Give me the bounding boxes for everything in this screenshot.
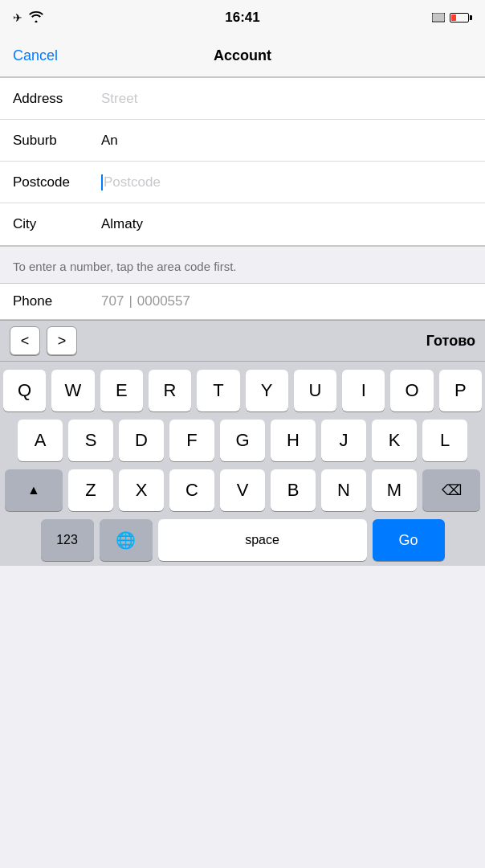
address-label: Address bbox=[13, 91, 101, 107]
key-m[interactable]: M bbox=[372, 469, 417, 511]
go-key[interactable]: Go bbox=[373, 519, 445, 561]
page-title: Account bbox=[214, 47, 271, 64]
key-k[interactable]: K bbox=[372, 420, 417, 461]
key-p[interactable]: P bbox=[439, 370, 482, 411]
prev-field-button[interactable]: < bbox=[10, 326, 40, 355]
key-x[interactable]: X bbox=[119, 469, 164, 511]
info-section: To enter a number, tap the area code fir… bbox=[0, 246, 485, 283]
keyboard-toolbar: < > Готово bbox=[0, 320, 485, 362]
keyboard: Q W E R T Y U I O P A S D F G H J K L ▲ … bbox=[0, 362, 485, 566]
phone-row[interactable]: Phone 707 | 0000557 bbox=[0, 284, 485, 319]
wifi-icon bbox=[29, 11, 43, 25]
postcode-row[interactable]: Postcode Postcode bbox=[0, 162, 485, 203]
key-u[interactable]: U bbox=[294, 370, 336, 411]
status-bar: ✈ 16:41 bbox=[0, 0, 485, 35]
suburb-row[interactable]: Suburb An bbox=[0, 120, 485, 162]
key-n[interactable]: N bbox=[321, 469, 366, 511]
city-label: City bbox=[13, 216, 101, 232]
status-left: ✈ bbox=[13, 11, 43, 25]
keyboard-row-4: 123 🌐 space Go bbox=[3, 519, 482, 561]
key-h[interactable]: H bbox=[271, 420, 316, 461]
key-i[interactable]: I bbox=[342, 370, 385, 411]
phone-label: Phone bbox=[13, 293, 101, 309]
address-input[interactable]: Street bbox=[101, 91, 137, 107]
city-row[interactable]: City Almaty bbox=[0, 203, 485, 245]
form-section: Address Street Suburb An Postcode Postco… bbox=[0, 77, 485, 246]
key-s[interactable]: S bbox=[68, 420, 113, 461]
key-g[interactable]: G bbox=[220, 420, 265, 461]
space-key[interactable]: space bbox=[158, 519, 367, 561]
postcode-input[interactable]: Postcode bbox=[101, 174, 161, 190]
city-input[interactable]: Almaty bbox=[101, 216, 472, 232]
key-v[interactable]: V bbox=[220, 469, 265, 511]
key-y[interactable]: Y bbox=[246, 370, 288, 411]
phone-number[interactable]: 0000557 bbox=[137, 293, 190, 309]
postcode-label: Postcode bbox=[13, 174, 101, 190]
key-j[interactable]: J bbox=[321, 420, 366, 461]
key-o[interactable]: O bbox=[390, 370, 433, 411]
keyboard-row-3: ▲ Z X C V B N M ⌫ bbox=[3, 469, 482, 511]
key-e[interactable]: E bbox=[100, 370, 143, 411]
keyboard-row-1: Q W E R T Y U I O P bbox=[3, 370, 482, 411]
key-q[interactable]: Q bbox=[3, 370, 46, 411]
shift-key[interactable]: ▲ bbox=[5, 469, 63, 511]
svg-rect-1 bbox=[433, 14, 444, 21]
key-r[interactable]: R bbox=[149, 370, 191, 411]
keyboard-row-2: A S D F G H J K L bbox=[3, 420, 482, 461]
globe-key[interactable]: 🌐 bbox=[100, 519, 153, 561]
key-z[interactable]: Z bbox=[68, 469, 113, 511]
cancel-button[interactable]: Cancel bbox=[13, 47, 58, 64]
delete-key[interactable]: ⌫ bbox=[422, 469, 480, 511]
nav-bar: Cancel Account bbox=[0, 35, 485, 77]
phone-section: Phone 707 | 0000557 bbox=[0, 283, 485, 320]
phone-divider: | bbox=[128, 293, 132, 309]
key-a[interactable]: A bbox=[18, 420, 63, 461]
key-f[interactable]: F bbox=[169, 420, 214, 461]
key-t[interactable]: T bbox=[197, 370, 239, 411]
key-w[interactable]: W bbox=[51, 370, 94, 411]
key-l[interactable]: L bbox=[422, 420, 467, 461]
status-right bbox=[432, 13, 472, 23]
airplane-icon: ✈ bbox=[13, 11, 22, 24]
status-time: 16:41 bbox=[225, 10, 259, 26]
phone-area-code[interactable]: 707 bbox=[101, 293, 124, 309]
done-button[interactable]: Готово bbox=[426, 333, 475, 350]
address-row[interactable]: Address Street bbox=[0, 78, 485, 120]
suburb-input[interactable]: An bbox=[101, 133, 472, 149]
text-cursor bbox=[101, 174, 103, 190]
key-c[interactable]: C bbox=[169, 469, 214, 511]
key-b[interactable]: B bbox=[271, 469, 316, 511]
next-field-button[interactable]: > bbox=[47, 326, 77, 355]
suburb-label: Suburb bbox=[13, 133, 101, 149]
key-d[interactable]: D bbox=[119, 420, 164, 461]
postcode-placeholder: Postcode bbox=[104, 174, 161, 190]
numbers-key[interactable]: 123 bbox=[41, 519, 94, 561]
battery-icon bbox=[450, 13, 472, 23]
info-text: To enter a number, tap the area code fir… bbox=[13, 258, 472, 275]
screen-icon bbox=[432, 13, 445, 23]
